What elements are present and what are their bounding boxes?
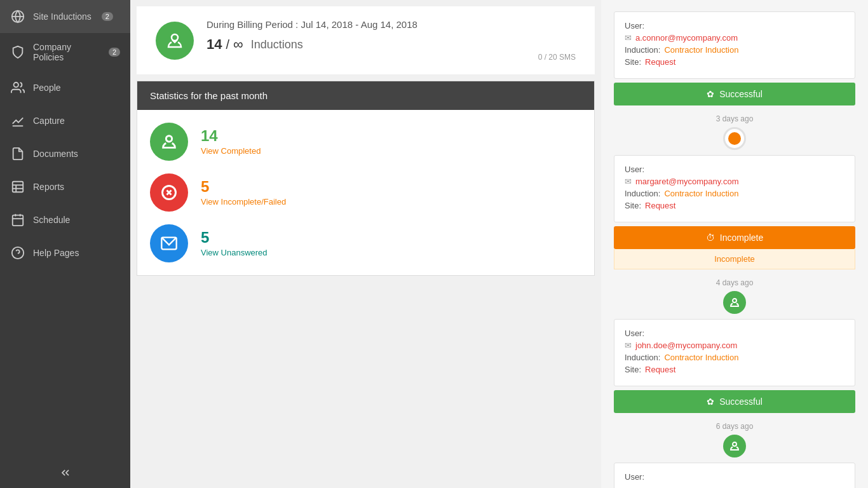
timeline-card-2: User: ✉ margaret@mycompany.com Induction… bbox=[614, 155, 855, 222]
site-row-2: Site: Request bbox=[625, 201, 844, 210]
site-value-2: Request bbox=[645, 201, 675, 210]
user-row-1: User: bbox=[625, 21, 844, 30]
svg-rect-4 bbox=[13, 182, 24, 193]
user-row-3: User: bbox=[625, 329, 844, 338]
email-row-2: ✉ margaret@mycompany.com bbox=[625, 177, 844, 186]
sidebar-label-help-pages: Help Pages bbox=[33, 248, 79, 258]
billing-count: 14 bbox=[207, 36, 222, 53]
people-icon bbox=[10, 80, 25, 95]
collapse-sidebar-button[interactable] bbox=[0, 458, 130, 488]
site-row-1: Site: Request bbox=[625, 57, 844, 67]
svg-rect-8 bbox=[13, 215, 24, 226]
status-label-1: Successful bbox=[719, 89, 763, 99]
svg-point-2 bbox=[14, 83, 18, 87]
stats-text-completed: 14 View Completed bbox=[201, 127, 261, 156]
shield-icon bbox=[10, 44, 25, 60]
stats-row-unanswered: 5 View Unanswered bbox=[150, 224, 581, 262]
badge-site-inductions: 2 bbox=[102, 12, 113, 21]
timeline-time-4: 6 days ago bbox=[614, 422, 855, 431]
induction-row-1: Induction: Contractor Induction bbox=[625, 45, 844, 55]
timeline-dot-2 bbox=[723, 127, 746, 150]
email-value-2: margaret@mycompany.com bbox=[635, 177, 739, 186]
timeline-card-3: User: ✉ john.doe@mycompany.com Induction… bbox=[614, 319, 855, 386]
billing-inductions-label: Inductions bbox=[251, 38, 303, 51]
sidebar-item-schedule[interactable]: Schedule bbox=[0, 203, 130, 236]
email-icon-1: ✉ bbox=[625, 33, 632, 43]
timeline-time-3: 4 days ago bbox=[614, 278, 855, 287]
email-value-3: john.doe@mycompany.com bbox=[635, 341, 737, 350]
stats-text-incomplete: 5 View Incomplete/Failed bbox=[201, 178, 286, 207]
sidebar-label-capture: Capture bbox=[33, 116, 65, 126]
sidebar-item-site-inductions[interactable]: Site Inductions 2 bbox=[0, 0, 130, 33]
email-icon-3: ✉ bbox=[625, 341, 632, 350]
status-btn-1[interactable]: ✿ Successful bbox=[614, 83, 855, 105]
stats-number-incomplete: 5 bbox=[201, 178, 286, 196]
induction-value-3: Contractor Induction bbox=[664, 353, 738, 362]
induction-row-2: Induction: Contractor Induction bbox=[625, 189, 844, 198]
sidebar-item-people[interactable]: People bbox=[0, 71, 130, 104]
schedule-icon bbox=[10, 212, 25, 227]
clock-icon-2: ⏱ bbox=[706, 233, 715, 243]
globe-icon bbox=[10, 9, 25, 24]
site-value-1: Request bbox=[645, 57, 675, 67]
stats-icon-completed bbox=[150, 123, 188, 161]
site-row-3: Site: Request bbox=[625, 365, 844, 374]
stats-header: Statistics for the past month bbox=[137, 81, 594, 110]
billing-period: During Billing Period : Jul 14, 2018 - A… bbox=[207, 19, 576, 30]
doc-icon bbox=[10, 146, 25, 161]
email-icon-2: ✉ bbox=[625, 177, 632, 186]
sidebar-item-help-pages[interactable]: Help Pages bbox=[0, 236, 130, 269]
stats-link-unanswered[interactable]: View Unanswered bbox=[201, 248, 268, 257]
star-icon-3: ✿ bbox=[707, 396, 714, 407]
stats-text-unanswered: 5 View Unanswered bbox=[201, 229, 268, 258]
timeline-time-2: 3 days ago bbox=[614, 114, 855, 123]
user-row-4: User: bbox=[625, 472, 844, 482]
stats-link-completed[interactable]: View Completed bbox=[201, 146, 261, 156]
status-btn-3[interactable]: ✿ Successful bbox=[614, 390, 855, 413]
user-row-2: User: bbox=[625, 165, 844, 174]
status-label-3: Successful bbox=[719, 396, 763, 407]
svg-point-15 bbox=[166, 136, 172, 142]
sidebar-label-people: People bbox=[33, 83, 61, 93]
sidebar-item-company-policies[interactable]: Company Policies 2 bbox=[0, 33, 130, 71]
billing-sms: 0 / 20 SMS bbox=[207, 53, 576, 62]
sidebar: Site Inductions 2 Company Policies 2 Peo… bbox=[0, 0, 130, 488]
sidebar-label-reports: Reports bbox=[33, 182, 64, 192]
induction-value-1: Contractor Induction bbox=[664, 45, 738, 55]
incomplete-sub-2: Incomplete bbox=[614, 249, 855, 269]
help-icon bbox=[10, 245, 25, 261]
sidebar-item-documents[interactable]: Documents bbox=[0, 137, 130, 170]
stats-icon-unanswered bbox=[150, 224, 188, 262]
capture-icon bbox=[10, 113, 25, 128]
svg-point-20 bbox=[733, 299, 736, 302]
induction-value-2: Contractor Induction bbox=[664, 189, 738, 198]
sidebar-label-site-inductions: Site Inductions bbox=[33, 11, 92, 22]
billing-infinity: ∞ bbox=[233, 36, 243, 53]
induction-row-3: Induction: Contractor Induction bbox=[625, 353, 844, 362]
stats-row-completed: 14 View Completed bbox=[150, 123, 581, 161]
timeline-card-4: User: bbox=[614, 463, 855, 488]
stats-number-completed: 14 bbox=[201, 127, 261, 145]
email-row-3: ✉ john.doe@mycompany.com bbox=[625, 341, 844, 350]
stats-row-incomplete: 5 View Incomplete/Failed bbox=[150, 173, 581, 212]
timeline-dot-3 bbox=[723, 291, 746, 314]
email-value-1: a.connor@mycompany.com bbox=[635, 33, 738, 43]
sidebar-label-schedule: Schedule bbox=[33, 215, 70, 225]
star-icon-1: ✿ bbox=[707, 89, 714, 99]
site-value-3: Request bbox=[645, 365, 675, 374]
billing-separator: / bbox=[226, 37, 229, 52]
status-btn-2[interactable]: ⏱ Incomplete bbox=[614, 226, 855, 249]
reports-icon bbox=[10, 179, 25, 194]
stats-number-unanswered: 5 bbox=[201, 229, 268, 247]
billing-card: During Billing Period : Jul 14, 2018 - A… bbox=[137, 6, 595, 74]
svg-point-21 bbox=[733, 442, 736, 446]
timeline-card-1: User: ✉ a.connor@mycompany.com Induction… bbox=[614, 11, 855, 79]
stats-card: Statistics for the past month 14 View Co… bbox=[137, 81, 595, 276]
stats-link-incomplete[interactable]: View Incomplete/Failed bbox=[201, 197, 286, 207]
sidebar-item-capture[interactable]: Capture bbox=[0, 104, 130, 137]
timeline-dot-4 bbox=[723, 435, 746, 458]
sidebar-item-reports[interactable]: Reports bbox=[0, 170, 130, 203]
billing-info: During Billing Period : Jul 14, 2018 - A… bbox=[207, 19, 576, 62]
main-area: During Billing Period : Jul 14, 2018 - A… bbox=[130, 0, 601, 488]
stats-icon-incomplete bbox=[150, 173, 188, 212]
